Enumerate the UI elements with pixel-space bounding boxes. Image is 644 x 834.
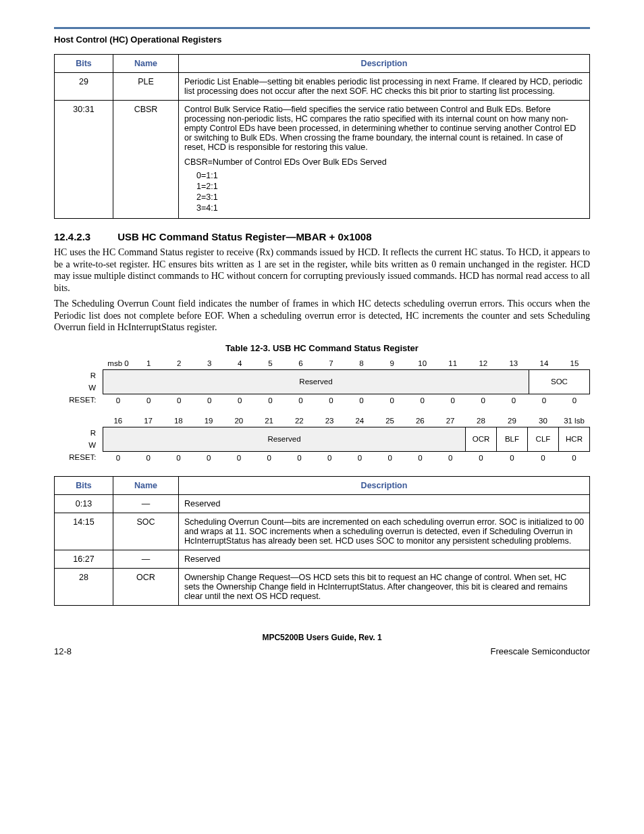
bitfield-table-lower: 16 17 18 19 20 21 22 23 24 25 26 27 28 2… [54, 415, 590, 464]
bitnum: 20 [224, 415, 254, 427]
cell-bits: 30:31 [55, 101, 113, 219]
bitnum: 17 [133, 415, 163, 427]
reset-val: 0 [468, 394, 498, 407]
cell-desc: Periodic List Enable—setting bit enables… [179, 73, 590, 101]
bitnum: 7 [316, 357, 346, 370]
row-label-reset: RESET: [54, 394, 103, 407]
bitnum: 30 [527, 415, 558, 427]
col-name: Name [113, 55, 179, 73]
bitnum: 18 [163, 415, 194, 427]
col-desc: Description [179, 55, 590, 73]
reset-val: 0 [375, 451, 405, 464]
cell-bits: 0:13 [55, 494, 113, 513]
table-row: 16:27 — Reserved [55, 550, 590, 568]
reset-val: 0 [346, 394, 377, 407]
bitnum: 31 lsb [558, 415, 589, 427]
bitnum: 2 [164, 357, 194, 370]
cell-name: PLE [113, 73, 179, 101]
reset-val: 0 [134, 394, 164, 407]
hcr-field: HCR [558, 427, 589, 451]
bitnum: 4 [225, 357, 255, 370]
bitnum: 21 [254, 415, 284, 427]
reset-val: 0 [407, 394, 437, 407]
reset-val: 0 [133, 451, 163, 464]
table-row: 28 OCR Ownership Change Request—OS HCD s… [55, 568, 590, 605]
bitnum: 12 [468, 357, 498, 370]
section-header: Host Control (HC) Operational Registers [54, 34, 590, 45]
ocr-field: OCR [466, 427, 497, 451]
row-label-r: R [54, 427, 103, 439]
bitnum: 10 [407, 357, 437, 370]
bitnum: 15 [559, 357, 589, 370]
bitnum: 6 [286, 357, 316, 370]
reset-val: 0 [103, 451, 134, 464]
row-label-reset: RESET: [54, 451, 103, 464]
reset-val: 0 [529, 394, 559, 407]
cell-desc: Ownership Change Request—OS HCD sets thi… [179, 568, 590, 605]
register-table-2: Bits Name Description 0:13 — Reserved 14… [54, 476, 590, 606]
heading-number: 12.4.2.3 [54, 231, 115, 242]
bitnum: 28 [466, 415, 497, 427]
col-bits: Bits [55, 476, 113, 494]
section-heading: 12.4.2.3 USB HC Command Status Register—… [54, 231, 590, 242]
reset-val: 0 [377, 394, 407, 407]
bitnum: 16 [103, 415, 134, 427]
reset-val: 0 [224, 451, 254, 464]
col-name: Name [113, 476, 179, 494]
reset-val: 0 [194, 394, 225, 407]
clf-field: CLF [527, 427, 558, 451]
cell-name: CBSR [113, 101, 179, 219]
reset-val: 0 [163, 451, 194, 464]
cell-desc: Reserved [179, 550, 590, 568]
table-row: 29 PLE Periodic List Enable—setting bit … [55, 73, 590, 101]
footer-center: MPC5200B Users Guide, Rev. 1 [54, 633, 590, 642]
footer-row: 12-8 Freescale Semiconductor [54, 646, 590, 656]
bitnum: 3 [194, 357, 225, 370]
row-label-r: R [54, 369, 103, 382]
table-row: 30:31 CBSR Control Bulk Service Ratio—fi… [55, 101, 590, 219]
desc-extra: CBSR=Number of Control EDs Over Bulk EDs… [184, 157, 584, 167]
bitnum: 11 [437, 357, 468, 370]
list-item: 2=3:1 [196, 192, 584, 202]
reset-val: 0 [496, 451, 527, 464]
list-item: 0=1:1 [196, 171, 584, 180]
soc-field: SOC [529, 369, 589, 394]
row-label-w: W [54, 382, 103, 394]
ratio-list: 0=1:1 1=2:1 2=3:1 3=4:1 [196, 171, 584, 213]
desc-text: Control Bulk Service Ratio—field specifi… [184, 105, 576, 152]
list-item: 3=4:1 [196, 203, 584, 213]
reset-val: 0 [405, 451, 435, 464]
reserved-field: Reserved [103, 427, 466, 451]
cell-name: — [113, 494, 179, 513]
cell-desc: Reserved [179, 494, 590, 513]
reset-val: 0 [286, 394, 316, 407]
reset-val: 0 [559, 394, 589, 407]
reset-val: 0 [194, 451, 224, 464]
reset-val: 0 [437, 394, 468, 407]
table-row: 14:15 SOC Scheduling Overrun Count—bits … [55, 513, 590, 550]
cell-bits: 29 [55, 73, 113, 101]
bitnum: 13 [498, 357, 529, 370]
bitnum: 14 [529, 357, 559, 370]
row-label-w: W [54, 439, 103, 451]
reset-val: 0 [498, 394, 529, 407]
bitnum: msb 0 [103, 357, 134, 370]
bitnum: 19 [194, 415, 224, 427]
register-table-1: Bits Name Description 29 PLE Periodic Li… [54, 54, 590, 219]
bitfield-table-upper: msb 0 1 2 3 4 5 6 7 8 9 10 11 12 13 14 1… [54, 357, 590, 407]
paragraph: The Scheduling Overrun Count field indic… [54, 298, 590, 334]
col-bits: Bits [55, 55, 113, 73]
reset-val: 0 [254, 451, 284, 464]
bitnum: 23 [315, 415, 345, 427]
reset-val: 0 [225, 394, 255, 407]
col-desc: Description [179, 476, 590, 494]
table-caption: Table 12-3. USB HC Command Status Regist… [54, 343, 590, 353]
table-row: 0:13 — Reserved [55, 494, 590, 513]
bitnum: 8 [346, 357, 377, 370]
reset-val: 0 [103, 394, 134, 407]
reset-val: 0 [527, 451, 558, 464]
bitnum: 24 [345, 415, 375, 427]
bitnum: 5 [255, 357, 286, 370]
footer-company: Freescale Semiconductor [491, 646, 590, 656]
bitnum: 22 [284, 415, 315, 427]
